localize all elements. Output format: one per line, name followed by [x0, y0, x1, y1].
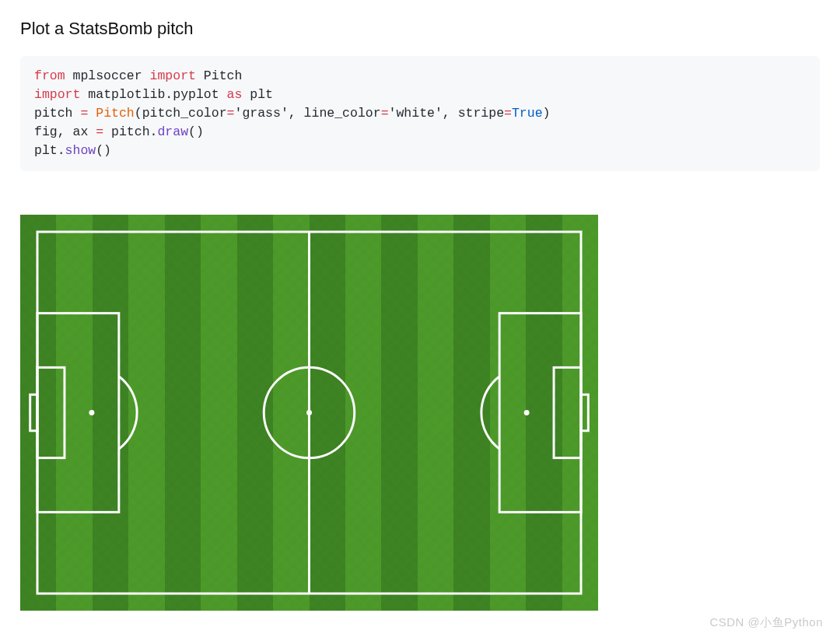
svg-point-3 [306, 410, 312, 415]
svg-rect-9 [581, 394, 588, 431]
pitch-figure [20, 215, 598, 611]
txt: () [188, 124, 204, 139]
txt: () [96, 143, 111, 158]
watermark: CSDN @小鱼Python [709, 615, 823, 629]
fn-show: show [65, 143, 96, 158]
class-pitch: Pitch [96, 106, 135, 121]
op-eq: = [504, 106, 512, 121]
txt: Pitch [196, 68, 242, 83]
svg-point-10 [89, 410, 94, 415]
str: 'white' [389, 106, 443, 121]
txt: (pitch_color [135, 106, 227, 121]
fn-draw: draw [157, 124, 188, 139]
op-eq: = [381, 106, 389, 121]
kw-from: from [34, 68, 65, 83]
txt: pitch. [103, 124, 157, 139]
txt: matplotlib.pyplot [80, 87, 226, 102]
svg-rect-6 [37, 367, 65, 457]
bool-true: True [512, 106, 543, 121]
txt: , stripe [443, 106, 504, 121]
kw-import: import [34, 87, 80, 102]
code-block: from mplsoccer import Pitch import matpl… [20, 56, 820, 171]
txt: mplsoccer [65, 68, 150, 83]
txt [88, 106, 96, 121]
op-eq: = [227, 106, 235, 121]
op-eq: = [80, 106, 88, 121]
txt: ) [543, 106, 551, 121]
op-eq: = [96, 124, 103, 139]
txt: pitch [34, 106, 80, 121]
str: 'grass' [234, 106, 288, 121]
kw-import: import [150, 68, 196, 83]
kw-as: as [227, 87, 243, 102]
svg-rect-8 [30, 394, 37, 431]
svg-rect-4 [37, 313, 119, 512]
svg-point-11 [524, 410, 530, 415]
svg-rect-5 [499, 313, 581, 512]
txt: fig, ax [34, 124, 96, 139]
svg-rect-7 [554, 367, 581, 457]
pitch-lines [20, 215, 598, 611]
txt: plt [242, 87, 273, 102]
txt: plt. [34, 143, 65, 158]
txt: , line_color [289, 106, 381, 121]
page-title: Plot a StatsBomb pitch [20, 19, 820, 39]
